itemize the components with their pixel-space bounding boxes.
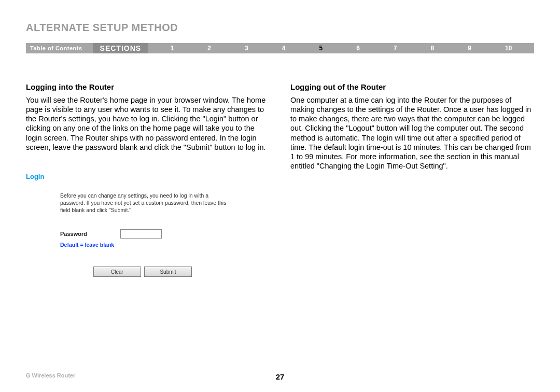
- section-link-1[interactable]: 1: [171, 45, 174, 52]
- right-column: Logging out of the Router One computer a…: [290, 82, 534, 277]
- logout-body-text: One computer at a time can log into the …: [290, 95, 534, 171]
- section-nav-bar: Table of Contents SECTIONS 1 2 3 4 5 6 7…: [26, 43, 534, 53]
- login-panel-instructions: Before you can change any settings, you …: [60, 192, 231, 214]
- page-number: 27: [276, 372, 285, 381]
- section-link-10[interactable]: 10: [505, 45, 512, 52]
- password-hint: Default = leave blank: [60, 242, 254, 248]
- left-column: Logging into the Router You will see the…: [26, 82, 270, 277]
- login-body-text: You will see the Router's home page in y…: [26, 95, 270, 152]
- section-number-list: 1 2 3 4 5 6 7 8 9 10: [148, 45, 534, 52]
- toc-link[interactable]: Table of Contents: [26, 45, 82, 51]
- section-link-2[interactable]: 2: [207, 45, 211, 52]
- product-name: G Wireless Router: [26, 372, 75, 379]
- page-footer: G Wireless Router 27: [26, 372, 534, 379]
- password-input[interactable]: [120, 229, 162, 239]
- section-link-3[interactable]: 3: [245, 45, 248, 52]
- login-panel-title: Login: [26, 173, 254, 180]
- section-link-7[interactable]: 7: [394, 45, 397, 52]
- section-link-6[interactable]: 6: [356, 45, 360, 52]
- clear-button[interactable]: Clear: [93, 267, 141, 277]
- login-panel: Login Before you can change any settings…: [26, 173, 254, 277]
- submit-button[interactable]: Submit: [144, 267, 192, 277]
- logout-heading: Logging out of the Router: [290, 82, 534, 91]
- sections-label: SECTIONS: [93, 43, 149, 53]
- login-heading: Logging into the Router: [26, 82, 270, 91]
- section-link-9[interactable]: 9: [468, 45, 471, 52]
- section-link-8[interactable]: 8: [431, 45, 435, 52]
- page-title: ALTERNATE SETUP METHOD: [26, 22, 534, 34]
- section-link-4[interactable]: 4: [282, 45, 286, 52]
- section-link-5-current[interactable]: 5: [319, 45, 323, 52]
- password-label: Password: [60, 231, 87, 237]
